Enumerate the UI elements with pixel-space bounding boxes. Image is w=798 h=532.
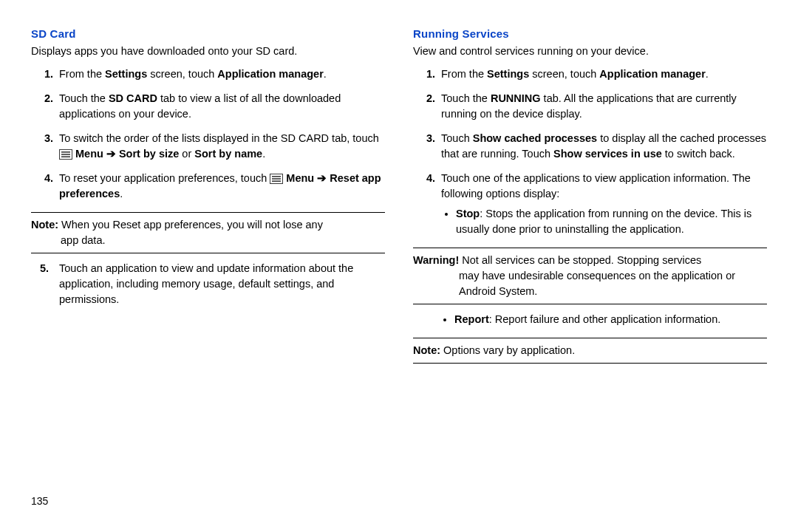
report-sub: Report: Report failure and other applica… bbox=[413, 312, 767, 327]
sd-step-2: Touch the SD CARD tab to view a list of … bbox=[56, 91, 385, 122]
sd-card-heading: SD Card bbox=[31, 26, 385, 42]
note-options-vary: Note: Options vary by application. bbox=[413, 338, 767, 364]
note-reset-prefs: Note: When you Reset app preferences, yo… bbox=[31, 212, 385, 253]
text: To reset your application preferences, t… bbox=[59, 172, 270, 184]
svg-rect-2 bbox=[61, 151, 70, 153]
stop-bullet: Stop: Stops the application from running… bbox=[456, 206, 767, 237]
note-text: Options vary by application. bbox=[440, 344, 575, 356]
bold-menu: Menu bbox=[72, 148, 106, 160]
note-text: When you Reset app preferences, you will… bbox=[58, 219, 323, 231]
report-text: : Report failure and other application i… bbox=[489, 313, 721, 325]
text: Touch an application to view and update … bbox=[59, 262, 353, 305]
report-bullet: Report: Report failure and other applica… bbox=[454, 312, 767, 327]
bold-menu: Menu bbox=[283, 172, 317, 184]
text: Touch the bbox=[59, 92, 109, 104]
sd-step-5: Touch an application to view and update … bbox=[56, 261, 385, 307]
bold-report: Report bbox=[454, 313, 489, 325]
bold-app-manager: Application manager bbox=[217, 68, 323, 80]
text: . bbox=[120, 188, 123, 200]
sd-card-steps-cont: Touch an application to view and update … bbox=[31, 261, 385, 307]
bold-settings: Settings bbox=[487, 68, 529, 80]
page-number: 135 bbox=[31, 494, 48, 508]
bold-settings: Settings bbox=[105, 68, 147, 80]
bold-stop: Stop bbox=[456, 208, 480, 219]
note-label: Note: bbox=[413, 344, 440, 356]
warning-label: Warning! bbox=[413, 254, 459, 266]
text: Touch bbox=[441, 132, 473, 144]
sd-card-steps: From the Settings screen, touch Applicat… bbox=[31, 66, 385, 202]
bold-app-manager: Application manager bbox=[599, 68, 705, 80]
text: to switch back. bbox=[662, 148, 735, 160]
running-services-heading: Running Services bbox=[413, 26, 767, 42]
rs-step-4-sub: Stop: Stops the application from running… bbox=[441, 206, 767, 237]
text: or bbox=[179, 148, 194, 160]
text: To switch the order of the lists display… bbox=[59, 132, 379, 144]
bold-sort-name: Sort by name bbox=[194, 148, 262, 160]
bold-sort-size: Sort by size bbox=[116, 148, 179, 160]
text: Touch the bbox=[441, 92, 491, 104]
svg-rect-4 bbox=[61, 156, 70, 157]
arrow-icon: ➔ bbox=[317, 172, 327, 184]
bold-show-cached: Show cached processes bbox=[473, 132, 597, 144]
stop-text: : Stops the application from running on … bbox=[456, 208, 751, 235]
text: From the bbox=[441, 68, 487, 80]
text: . bbox=[706, 68, 709, 80]
arrow-icon: ➔ bbox=[106, 148, 116, 160]
sd-card-intro: Displays apps you have downloaded onto y… bbox=[31, 44, 385, 59]
menu-icon bbox=[59, 149, 72, 160]
running-services-steps: From the Settings screen, touch Applicat… bbox=[413, 66, 767, 237]
text: screen, touch bbox=[147, 68, 217, 80]
rs-step-2: Touch the RUNNING tab. All the applicati… bbox=[438, 91, 767, 122]
note-text-line2: app data. bbox=[31, 233, 385, 248]
warn-text: Not all services can be stopped. Stoppin… bbox=[459, 254, 701, 266]
rs-step-1: From the Settings screen, touch Applicat… bbox=[438, 66, 767, 82]
svg-rect-9 bbox=[272, 180, 281, 182]
text: From the bbox=[59, 68, 105, 80]
svg-rect-3 bbox=[61, 154, 70, 155]
note-label: Note: bbox=[31, 219, 58, 231]
rs-step-4: Touch one of the applications to view ap… bbox=[438, 171, 767, 237]
warning-block: Warning! Not all services can be stopped… bbox=[413, 248, 767, 304]
menu-icon bbox=[270, 174, 283, 184]
text: . bbox=[262, 148, 265, 160]
warn-text-line2: may have undesirable consequences on the… bbox=[413, 268, 767, 299]
page-content: SD Card Displays apps you have downloade… bbox=[31, 26, 767, 371]
sd-step-4: To reset your application preferences, t… bbox=[56, 171, 385, 202]
bold-sdcard: SD CARD bbox=[109, 92, 157, 104]
svg-rect-8 bbox=[272, 178, 281, 180]
sd-step-3: To switch the order of the lists display… bbox=[56, 131, 385, 162]
sd-step-1: From the Settings screen, touch Applicat… bbox=[56, 66, 385, 82]
left-column: SD Card Displays apps you have downloade… bbox=[31, 26, 385, 371]
text: . bbox=[324, 68, 327, 80]
rs-step-3: Touch Show cached processes to display a… bbox=[438, 131, 767, 162]
running-services-intro: View and control services running on you… bbox=[413, 44, 767, 59]
svg-rect-7 bbox=[272, 176, 281, 177]
right-column: Running Services View and control servic… bbox=[413, 26, 767, 371]
text: screen, touch bbox=[529, 68, 599, 80]
bold-show-inuse: Show services in use bbox=[553, 148, 662, 160]
text: Touch one of the applications to view ap… bbox=[441, 172, 751, 200]
bold-running: RUNNING bbox=[491, 92, 541, 104]
